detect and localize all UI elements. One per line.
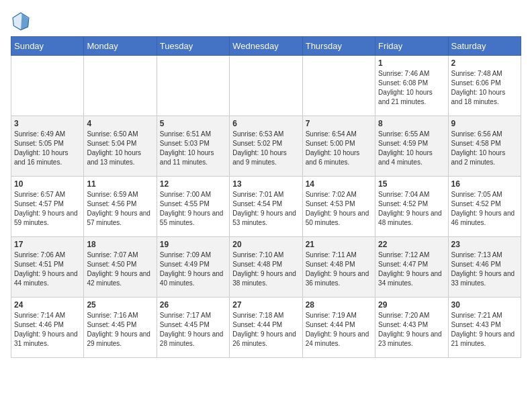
calendar-cell: 12Sunrise: 7:00 AMSunset: 4:55 PMDayligh… (157, 177, 229, 237)
day-number: 19 (160, 240, 226, 249)
day-number: 2 (451, 58, 518, 68)
day-number: 27 (232, 300, 299, 310)
calendar-cell: 26Sunrise: 7:17 AMSunset: 4:45 PMDayligh… (157, 298, 229, 358)
day-info: Sunrise: 7:19 AMSunset: 4:44 PMDaylight:… (306, 311, 372, 349)
day-info: Sunrise: 7:10 AMSunset: 4:48 PMDaylight:… (232, 250, 299, 288)
column-header-wednesday: Wednesday (230, 37, 302, 56)
column-header-saturday: Saturday (448, 37, 521, 56)
day-info: Sunrise: 7:48 AMSunset: 6:06 PMDaylight:… (451, 69, 518, 107)
day-number: 18 (87, 240, 153, 249)
day-info: Sunrise: 7:00 AMSunset: 4:55 PMDaylight:… (160, 190, 226, 228)
logo (11, 11, 34, 31)
day-info: Sunrise: 6:57 AMSunset: 4:57 PMDaylight:… (14, 190, 81, 228)
day-info: Sunrise: 7:02 AMSunset: 4:53 PMDaylight:… (306, 190, 372, 228)
day-number: 30 (451, 300, 518, 310)
svg-marker-1 (21, 14, 29, 30)
calendar-cell: 25Sunrise: 7:16 AMSunset: 4:45 PMDayligh… (84, 298, 157, 358)
day-number: 25 (87, 300, 153, 310)
calendar-cell: 19Sunrise: 7:09 AMSunset: 4:49 PMDayligh… (157, 237, 229, 298)
day-info: Sunrise: 7:11 AMSunset: 4:48 PMDaylight:… (306, 250, 372, 288)
calendar-cell: 14Sunrise: 7:02 AMSunset: 4:53 PMDayligh… (302, 177, 375, 237)
calendar-cell: 10Sunrise: 6:57 AMSunset: 4:57 PMDayligh… (11, 177, 84, 237)
day-number: 20 (232, 240, 299, 249)
day-info: Sunrise: 6:50 AMSunset: 5:04 PMDaylight:… (87, 130, 153, 167)
day-number: 23 (451, 240, 518, 249)
day-info: Sunrise: 7:46 AMSunset: 6:08 PMDaylight:… (378, 69, 445, 107)
calendar-cell: 1Sunrise: 7:46 AMSunset: 6:08 PMDaylight… (375, 56, 448, 116)
day-number: 13 (232, 179, 299, 189)
day-info: Sunrise: 7:18 AMSunset: 4:44 PMDaylight:… (232, 311, 299, 349)
calendar-cell: 6Sunrise: 6:53 AMSunset: 5:02 PMDaylight… (230, 116, 302, 177)
day-number: 7 (306, 119, 372, 128)
day-info: Sunrise: 7:12 AMSunset: 4:47 PMDaylight:… (378, 250, 445, 288)
calendar-cell: 15Sunrise: 7:04 AMSunset: 4:52 PMDayligh… (375, 177, 448, 237)
calendar-cell: 3Sunrise: 6:49 AMSunset: 5:05 PMDaylight… (11, 116, 84, 177)
day-info: Sunrise: 6:53 AMSunset: 5:02 PMDaylight:… (232, 130, 299, 167)
calendar-cell: 13Sunrise: 7:01 AMSunset: 4:54 PMDayligh… (230, 177, 302, 237)
day-number: 29 (378, 300, 445, 310)
calendar-cell (84, 56, 157, 116)
logo-icon (11, 11, 31, 31)
day-info: Sunrise: 7:20 AMSunset: 4:43 PMDaylight:… (378, 311, 445, 349)
calendar-cell: 29Sunrise: 7:20 AMSunset: 4:43 PMDayligh… (375, 298, 448, 358)
calendar-cell: 21Sunrise: 7:11 AMSunset: 4:48 PMDayligh… (302, 237, 375, 298)
calendar-cell: 17Sunrise: 7:06 AMSunset: 4:51 PMDayligh… (11, 237, 84, 298)
calendar-cell: 5Sunrise: 6:51 AMSunset: 5:03 PMDaylight… (157, 116, 229, 177)
day-info: Sunrise: 7:16 AMSunset: 4:45 PMDaylight:… (87, 311, 153, 349)
column-header-tuesday: Tuesday (157, 37, 229, 56)
calendar-cell: 4Sunrise: 6:50 AMSunset: 5:04 PMDaylight… (84, 116, 157, 177)
day-info: Sunrise: 7:05 AMSunset: 4:52 PMDaylight:… (451, 190, 518, 228)
day-info: Sunrise: 7:13 AMSunset: 4:46 PMDaylight:… (451, 250, 518, 288)
day-info: Sunrise: 6:56 AMSunset: 4:58 PMDaylight:… (451, 130, 518, 167)
calendar-cell: 23Sunrise: 7:13 AMSunset: 4:46 PMDayligh… (448, 237, 521, 298)
column-header-thursday: Thursday (302, 37, 375, 56)
column-header-friday: Friday (375, 37, 448, 56)
calendar-cell: 20Sunrise: 7:10 AMSunset: 4:48 PMDayligh… (230, 237, 302, 298)
day-number: 3 (14, 119, 81, 128)
day-info: Sunrise: 6:54 AMSunset: 5:00 PMDaylight:… (306, 130, 372, 167)
day-number: 21 (306, 240, 372, 249)
calendar-table: SundayMondayTuesdayWednesdayThursdayFrid… (11, 36, 521, 358)
day-info: Sunrise: 7:07 AMSunset: 4:50 PMDaylight:… (87, 250, 153, 288)
day-number: 4 (87, 119, 153, 128)
day-number: 26 (160, 300, 226, 310)
day-info: Sunrise: 6:59 AMSunset: 4:56 PMDaylight:… (87, 190, 153, 228)
day-number: 17 (14, 240, 81, 249)
day-info: Sunrise: 7:06 AMSunset: 4:51 PMDaylight:… (14, 250, 81, 288)
page-header (11, 11, 521, 31)
calendar-cell: 22Sunrise: 7:12 AMSunset: 4:47 PMDayligh… (375, 237, 448, 298)
day-number: 1 (378, 58, 445, 68)
calendar-week-3: 10Sunrise: 6:57 AMSunset: 4:57 PMDayligh… (11, 177, 521, 237)
day-number: 5 (160, 119, 226, 128)
day-number: 11 (87, 179, 153, 189)
calendar-cell (11, 56, 84, 116)
calendar-header-row: SundayMondayTuesdayWednesdayThursdayFrid… (11, 37, 521, 56)
calendar-week-5: 24Sunrise: 7:14 AMSunset: 4:46 PMDayligh… (11, 298, 521, 358)
calendar-cell: 28Sunrise: 7:19 AMSunset: 4:44 PMDayligh… (302, 298, 375, 358)
day-number: 9 (451, 119, 518, 128)
day-info: Sunrise: 7:17 AMSunset: 4:45 PMDaylight:… (160, 311, 226, 349)
calendar-cell: 18Sunrise: 7:07 AMSunset: 4:50 PMDayligh… (84, 237, 157, 298)
calendar-week-4: 17Sunrise: 7:06 AMSunset: 4:51 PMDayligh… (11, 237, 521, 298)
calendar-cell: 24Sunrise: 7:14 AMSunset: 4:46 PMDayligh… (11, 298, 84, 358)
calendar-week-2: 3Sunrise: 6:49 AMSunset: 5:05 PMDaylight… (11, 116, 521, 177)
day-info: Sunrise: 7:09 AMSunset: 4:49 PMDaylight:… (160, 250, 226, 288)
day-info: Sunrise: 6:49 AMSunset: 5:05 PMDaylight:… (14, 130, 81, 167)
day-info: Sunrise: 7:14 AMSunset: 4:46 PMDaylight:… (14, 311, 81, 349)
calendar-cell: 8Sunrise: 6:55 AMSunset: 4:59 PMDaylight… (375, 116, 448, 177)
calendar-cell: 7Sunrise: 6:54 AMSunset: 5:00 PMDaylight… (302, 116, 375, 177)
day-number: 14 (306, 179, 372, 189)
day-number: 8 (378, 119, 445, 128)
calendar-cell: 9Sunrise: 6:56 AMSunset: 4:58 PMDaylight… (448, 116, 521, 177)
day-info: Sunrise: 7:04 AMSunset: 4:52 PMDaylight:… (378, 190, 445, 228)
day-info: Sunrise: 6:55 AMSunset: 4:59 PMDaylight:… (378, 130, 445, 167)
calendar-cell: 30Sunrise: 7:21 AMSunset: 4:43 PMDayligh… (448, 298, 521, 358)
day-info: Sunrise: 7:01 AMSunset: 4:54 PMDaylight:… (232, 190, 299, 228)
column-header-sunday: Sunday (11, 37, 84, 56)
day-number: 12 (160, 179, 226, 189)
day-number: 24 (14, 300, 81, 310)
day-info: Sunrise: 6:51 AMSunset: 5:03 PMDaylight:… (160, 130, 226, 167)
calendar-cell (230, 56, 302, 116)
calendar-cell: 27Sunrise: 7:18 AMSunset: 4:44 PMDayligh… (230, 298, 302, 358)
calendar-week-1: 1Sunrise: 7:46 AMSunset: 6:08 PMDaylight… (11, 56, 521, 116)
